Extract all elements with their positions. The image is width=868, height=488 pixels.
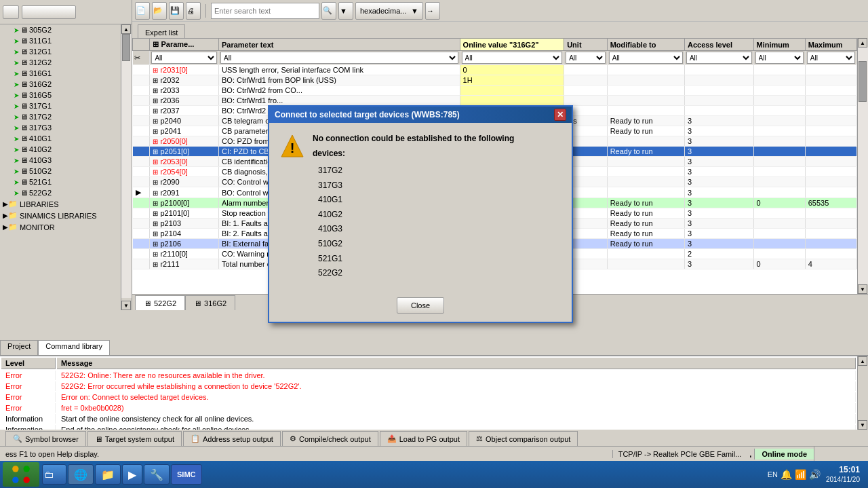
tree-item-317G2[interactable]: ➤ 🖥 317G2 [0,111,132,122]
row-param: ⊞ r2037 [150,106,219,116]
nav-btn[interactable]: → [425,2,440,20]
row-marker [133,208,150,219]
row-unit [564,86,608,96]
sheet-tab-316G2[interactable]: 🖥 316G2 [185,295,235,310]
filter-text[interactable]: All [218,51,460,65]
tab-address-setup[interactable]: 📋 Address setup output [183,431,281,446]
tree-item-monitor[interactable]: ▶ 📁 MONITOR [0,221,132,233]
tree-item-522G2[interactable]: ➤ 🖥 522G2 [0,187,132,198]
dialog-close-btn[interactable]: ✕ [554,109,566,121]
filter-mod-select[interactable]: All [609,52,683,64]
dialog-close-button[interactable]: Close [397,297,444,314]
filter-btn[interactable]: ▼ [338,2,353,20]
log-scroll-up[interactable]: ▲ [858,356,867,366]
row-marker [133,136,150,147]
taskbar-app-btn-2[interactable]: 🌐 [68,464,94,485]
tree-item-sinamics-libraries[interactable]: ▶ 📁 SINAMICS LIBRARIES [0,210,132,221]
filter-text-select[interactable]: All [220,52,458,64]
tree-item-410G2[interactable]: ➤ 🖥 410G2 [0,144,132,155]
project-tab[interactable]: Project [0,340,38,355]
table-row[interactable]: ⊞ r2031[0] USS length error, Serial inte… [133,65,857,75]
table-scroll-thumb[interactable] [859,61,867,102]
tree-item-410G3[interactable]: ➤ 🖥 410G3 [0,155,132,166]
table-scrollbar[interactable]: ▲ ▼ [857,38,868,294]
row-online [460,96,564,106]
tree-item-316G2[interactable]: ➤ 🖥 316G2 [0,79,132,90]
tree-item-317G1[interactable]: ➤ 🖥 317G1 [0,100,132,111]
tab-load-pg[interactable]: 📤 Load to PG output [380,431,467,446]
tree-item-312G2[interactable]: ➤ 🖥 312G2 [0,57,132,68]
arrow-icon: ➤ [14,48,19,56]
taskbar-clock: 15:01 2014/11/20 [826,464,860,485]
sidebar-scrollbar[interactable]: ▲ ▼ [121,24,132,310]
sheet-tab-522G2[interactable]: 🖥 522G2 [135,295,185,310]
format-dropdown[interactable]: hexadecima... ▼ [355,2,423,20]
row-mod [607,136,684,147]
filter-param-select[interactable]: All [151,52,217,64]
tree-item-521G1[interactable]: ➤ 🖥 521G1 [0,176,132,187]
taskbar-app-btn-3[interactable]: 📁 [95,464,121,485]
row-max [805,167,856,177]
log-scrollbar[interactable]: ▲ ▼ [857,356,868,430]
table-scroll-down[interactable]: ▼ [858,284,867,294]
start-button[interactable] [3,462,39,487]
filter-max[interactable]: All [805,51,856,65]
table-row[interactable]: ⊞ r2033 BO: CtrlWrd2 from CO... [133,86,857,96]
scroll-thumb[interactable] [122,34,130,61]
tree-item-312G1[interactable]: ➤ 🖥 312G1 [0,46,132,57]
statusbar-online-mode: Online mode [754,449,814,459]
table-row[interactable]: ⊞ r2032 BO: CtrlWrd1 from BOP link (USS)… [133,75,857,86]
search-input[interactable] [211,3,319,19]
filter-online-select[interactable]: All [462,52,563,64]
expert-list-tab[interactable]: Expert list [138,24,185,39]
taskbar-app-btn-5[interactable]: 🔧 [144,464,170,485]
taskbar-app-sinamics[interactable]: SIMC [171,464,202,485]
row-param: ⊞ r2111 [150,259,219,269]
filter-min-select[interactable]: All [755,52,804,64]
taskbar-app-btn-1[interactable]: 🗀 [42,464,66,485]
tree-item-410G1[interactable]: ➤ 🖥 410G1 [0,133,132,144]
taskbar-app-btn-4[interactable]: ▶ [122,464,142,485]
toolbar-save-btn[interactable]: 💾 [169,2,184,20]
tree-item-317G3[interactable]: ➤ 🖥 317G3 [0,122,132,133]
tree-item-316G1[interactable]: ➤ 🖥 316G1 [0,68,132,79]
filter-access-select[interactable]: All [686,52,752,64]
tab-target-system[interactable]: 🖥 Target system output [87,431,182,446]
arrow-icon: ➤ [14,189,19,197]
filter-unit-select[interactable]: All [566,52,606,64]
toolbar-new-btn[interactable]: 📄 [135,2,150,20]
log-scroll-down[interactable]: ▼ [858,420,867,430]
filter-access[interactable]: All [684,51,753,65]
sidebar-btn-1[interactable] [3,5,19,19]
scroll-up-btn[interactable]: ▲ [121,24,131,34]
filter-unit[interactable]: All [564,51,608,65]
device-icon: 🖥 [20,113,28,121]
tab-compile[interactable]: ⚙ Compile/check output [282,431,378,446]
table-scroll-up[interactable]: ▲ [858,38,867,48]
toolbar-print-btn[interactable]: 🖨 [186,2,201,20]
tree-item-libraries[interactable]: ▶ 📁 LIBRARIES [0,198,132,210]
table-row[interactable]: ⊞ r2036 BO: CtrlWrd1 fro... [133,96,857,106]
log-level-header: Level [1,358,56,369]
row-access: 3 [684,259,753,269]
filter-min[interactable]: All [753,51,805,65]
tab-object-compare[interactable]: ⚖ Object comparison output [469,431,578,446]
filter-max-select[interactable]: All [807,52,855,64]
row-mod [607,177,684,187]
filter-param[interactable]: All [150,51,219,65]
sidebar-btn-2[interactable] [22,5,76,19]
tree-item-311G1[interactable]: ➤ 🖥 311G1 [0,35,132,46]
tab-symbol-browser[interactable]: 🔍 Symbol browser [5,431,86,446]
tree-item-510G2[interactable]: ➤ 🖥 510G2 [0,166,132,176]
filter-online[interactable]: All [460,51,564,65]
command-library-tab[interactable]: Command library [38,340,110,355]
filter-mod[interactable]: All [607,51,684,65]
tree-item-316G5[interactable]: ➤ 🖥 316G5 [0,90,132,100]
expand-all-icon[interactable]: ⊞ [153,40,159,48]
tree-item-305G2[interactable]: ➤ 🖥 305G2 [0,24,132,35]
toolbar-open-btn[interactable]: 📂 [152,2,167,20]
row-marker [133,239,150,249]
scroll-down-btn[interactable]: ▼ [121,301,131,310]
search-execute-btn[interactable]: 🔍 [321,2,336,20]
log-scroll-area[interactable]: Level Message Error 522G2: Online: There… [0,356,868,430]
